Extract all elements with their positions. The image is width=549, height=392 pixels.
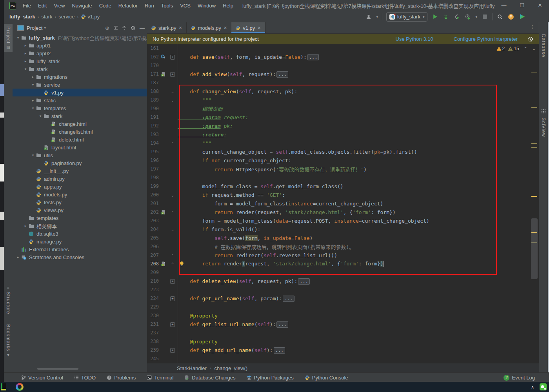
stripe-warning-mark[interactable] — [531, 143, 537, 144]
code-line-189[interactable]: 189⌄ """ — [147, 96, 530, 104]
pinned-app-icon[interactable] — [1, 383, 6, 390]
tree-item-stark[interactable]: ▾stark — [13, 112, 147, 120]
editor-tab-stark.py[interactable]: stark.py✕ — [147, 22, 187, 33]
tree-item-change.html[interactable]: Hchange.html — [13, 120, 147, 128]
tool-tab-structure[interactable]: ≡ Structure — [4, 286, 13, 314]
tree-item-layout.html[interactable]: Hlayout.html — [13, 143, 147, 151]
editor-scrollbar-thumb[interactable] — [531, 218, 538, 279]
toolwindow-button-version-control[interactable]: Version Control — [21, 375, 63, 381]
profiler-dropdown-icon[interactable]: ▾ — [475, 15, 477, 19]
code-line-207[interactable]: 207⌃ return redirect(self.reverse_list_u… — [147, 251, 530, 260]
settings-gear-icon[interactable] — [131, 25, 136, 31]
code-line-231[interactable]: 231+ def get_list_url_name(self):... — [147, 320, 530, 328]
inspections-widget[interactable]: 2 15 ⌃ ⌄ — [496, 46, 536, 51]
tree-item-delete.html[interactable]: Hdelete.html — [13, 136, 147, 143]
code-line-238[interactable]: 238 @property — [147, 337, 530, 346]
code-editor[interactable]: 161162+ def save(self, form, is_update=F… — [147, 44, 530, 363]
tree-item-manage.py[interactable]: manage.py — [13, 238, 147, 245]
close-tab-icon[interactable]: ✕ — [224, 25, 227, 31]
project-view-dropdown-icon[interactable]: ▾ — [44, 26, 46, 30]
fold-marker-plus[interactable]: + — [167, 54, 178, 60]
code-line-229[interactable]: 229 — [147, 303, 530, 311]
user-dropdown-icon[interactable]: ▾ — [376, 15, 378, 19]
menu-refactor[interactable]: Refactor — [115, 3, 141, 9]
expand-all-button[interactable] — [113, 25, 118, 30]
menu-file[interactable]: File — [19, 3, 35, 9]
fold-marker-up[interactable]: ⌃ — [167, 262, 178, 266]
tool-tab-database[interactable]: Database — [539, 34, 548, 57]
breadcrumb-item[interactable]: stark — [41, 14, 52, 20]
weak-warning-indicator[interactable]: 15 — [508, 46, 519, 51]
more-options-icon[interactable]: ⋮ — [526, 22, 539, 33]
code-line-187[interactable]: 187 — [147, 78, 530, 87]
minimize-button[interactable]: — — [495, 0, 513, 11]
code-line-204[interactable]: 204⌄ if form.is_valid(): — [147, 225, 530, 234]
template-gutter-icon[interactable]: H — [159, 72, 167, 77]
code-line-162[interactable]: 162+ def save(self, form, is_update=Fals… — [147, 53, 530, 61]
menu-window[interactable]: Window — [194, 3, 219, 9]
tree-item-luffy_stark[interactable]: ▾luffy_starkF:\路飞python全栈课程资料\笔记\第7模块课..… — [13, 34, 147, 42]
tree-item-app01[interactable]: ▸app01 — [13, 42, 147, 49]
breadcrumb-class[interactable]: StarkHandler — [177, 365, 207, 371]
menu-edit[interactable]: Edit — [35, 3, 50, 9]
fold-marker-plus[interactable]: + — [167, 348, 178, 353]
user-icon[interactable] — [365, 13, 372, 20]
tree-item-static[interactable]: ▸static — [13, 96, 147, 104]
intention-bulb-icon[interactable] — [179, 261, 184, 267]
profiler-button[interactable] — [464, 13, 471, 20]
code-line-208[interactable]: 208H⌃ return render(request, 'stark/chan… — [147, 260, 530, 268]
chevron-down-icon[interactable]: ▾ — [15, 36, 21, 40]
chevron-right-icon[interactable]: ▸ — [22, 59, 29, 63]
toolwindow-button-python-console[interactable]: Python Console — [305, 375, 348, 381]
code-line-170[interactable]: 170 — [147, 61, 530, 70]
code-line-201[interactable]: 201 form = model_form_class(instance=cur… — [147, 199, 530, 208]
code-line-230[interactable]: 230 @property — [147, 311, 530, 320]
chevron-right-icon[interactable]: ▸ — [30, 75, 36, 79]
configure-interpreter-link[interactable]: Configure Python interpreter — [454, 36, 518, 42]
fold-marker-down[interactable]: ⌄ — [167, 193, 178, 197]
breadcrumb-item[interactable]: luffy_stark — [9, 14, 35, 20]
tree-item-utils[interactable]: ▾utils — [13, 151, 147, 159]
code-line-188[interactable]: 188⌄ def change_view(self, request, pk): — [147, 87, 530, 96]
chevron-right-icon[interactable]: ▸ — [30, 98, 36, 102]
folded-code-placeholder[interactable]: ... — [276, 71, 288, 78]
locate-file-button[interactable]: ⊕ — [105, 25, 109, 31]
chevron-right-icon[interactable]: ▸ — [15, 255, 21, 259]
menu-tools[interactable]: Tools — [158, 3, 176, 9]
code-line-200[interactable]: 200⌄ if request.method == 'GET': — [147, 191, 530, 199]
fold-marker-up[interactable]: ⌃ — [167, 141, 178, 145]
code-line-209[interactable]: 209 — [147, 268, 530, 277]
code-line-171[interactable]: 171H+ def add_view(self, request):... — [147, 70, 530, 78]
tree-item-stark[interactable]: ▾stark — [13, 65, 147, 73]
stripe-warning-mark[interactable] — [531, 73, 537, 73]
override-marker-icon[interactable] — [159, 54, 167, 59]
code-line-193[interactable]: 193 :return: — [147, 130, 530, 139]
update-available-icon[interactable] — [507, 13, 514, 20]
close-button[interactable]: ✕ — [531, 0, 549, 11]
tree-item-External-Libraries[interactable]: External Libraries — [13, 245, 147, 253]
tree-item-templates[interactable]: ▾templates — [13, 104, 147, 112]
code-line-195[interactable]: 195 current_change_object = self.model_c… — [147, 147, 530, 156]
breadcrumb-item[interactable]: v1.py — [81, 14, 100, 20]
warning-indicator[interactable]: 2 — [496, 46, 505, 51]
chevron-right-icon[interactable]: ▸ — [22, 224, 29, 228]
toolwindow-button-python-packages[interactable]: Python Packages — [247, 375, 294, 381]
tree-item-__init__.py[interactable]: __init__.py — [13, 167, 147, 175]
run-configuration-select[interactable]: dj luffy_stark ▾ — [386, 12, 428, 22]
code-line-194[interactable]: 194⌃ """ — [147, 139, 530, 147]
code-line-196[interactable]: 196 if not current_change_object: — [147, 156, 530, 165]
tree-item-luffy_stark[interactable]: ▸luffy_stark — [13, 57, 147, 65]
folded-code-placeholder[interactable]: ... — [298, 278, 310, 285]
code-line-190[interactable]: 190 编辑页面 — [147, 104, 530, 113]
tree-item-v1.py[interactable]: v1.py — [13, 89, 147, 96]
chevron-right-icon[interactable]: ▸ — [22, 44, 29, 47]
navicat-taskbar-icon[interactable] — [16, 383, 24, 391]
next-issue-icon[interactable]: ⌄ — [532, 46, 536, 51]
plugin-gradient-icon[interactable] — [518, 13, 525, 20]
tree-item-templates[interactable]: templates — [13, 214, 147, 222]
folded-code-placeholder[interactable]: ... — [274, 347, 285, 354]
run-with-coverage-button[interactable] — [453, 13, 460, 20]
menu-help[interactable]: Help — [219, 3, 237, 9]
menu-run[interactable]: Run — [141, 3, 158, 9]
tree-item-app02[interactable]: ▸app02 — [13, 49, 147, 57]
